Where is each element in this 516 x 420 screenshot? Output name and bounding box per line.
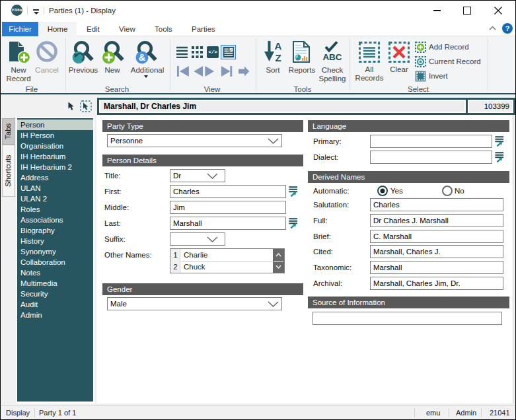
svg-text:Z: Z: [275, 52, 281, 63]
svg-text:ABC: ABC: [322, 52, 342, 62]
svg-text:&: &: [139, 52, 146, 63]
svg-text:A: A: [275, 41, 282, 52]
